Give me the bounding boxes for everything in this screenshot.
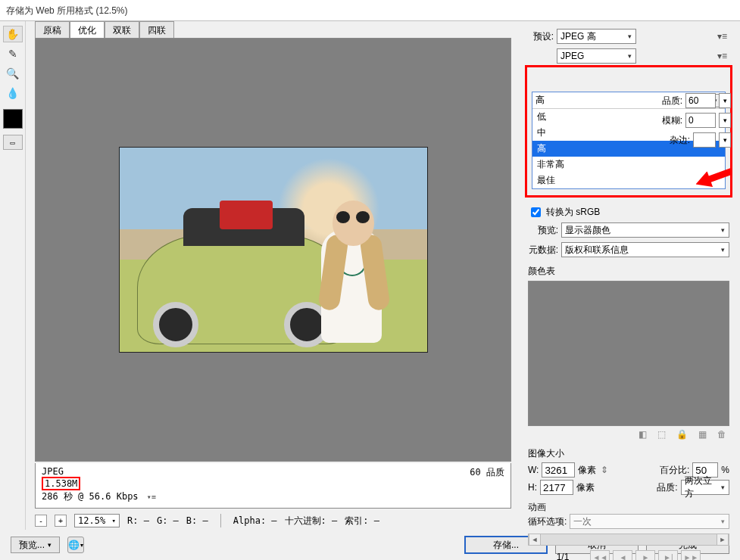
optimize-info: JPEG 1.538M 286 秒 @ 56.6 Kbps ▾≡ 60 品质	[35, 463, 511, 509]
height-input[interactable]	[540, 480, 573, 495]
preset-select[interactable]: JPEG 高▾	[557, 29, 636, 44]
quality-stepper[interactable]: ▾	[719, 93, 731, 108]
metadata-select[interactable]: 版权和联系信息▾	[561, 242, 729, 257]
colortable-title: 颜色表	[528, 265, 729, 278]
percent-suffix: %	[721, 465, 729, 475]
slice-select-tool[interactable]: ✎	[3, 45, 23, 62]
preset-label: 预设:	[528, 30, 554, 43]
format-select[interactable]: JPEG▾	[557, 48, 636, 64]
quality-number-input[interactable]: 60	[685, 93, 716, 108]
readout-b: B: —	[186, 515, 208, 526]
matte-picker[interactable]: ▾	[719, 132, 731, 148]
width-unit: 像素	[578, 464, 596, 477]
foreground-swatch[interactable]	[3, 109, 23, 129]
preview-tabs: 原稿 优化 双联 四联	[26, 21, 520, 38]
loop-select[interactable]: 一次▾	[570, 514, 729, 529]
zoom-tool[interactable]: 🔍	[3, 65, 23, 82]
readout-r: R: —	[127, 515, 149, 526]
image-size-section: 图像大小 W: 像素 ⇕ 百分比: % H: 像素 品质: 两次立方▾	[528, 447, 729, 495]
ct-lock-icon[interactable]: 🔒	[676, 429, 688, 440]
info-quality: 60 品质	[470, 466, 504, 479]
quality-option-very-high[interactable]: 非常高	[532, 157, 725, 173]
prev-frame-button[interactable]: ◄	[613, 550, 632, 560]
width-input[interactable]	[542, 462, 575, 478]
height-unit: 像素	[576, 481, 595, 494]
metadata-label: 元数据:	[528, 244, 558, 257]
loop-label: 循环选项:	[528, 515, 567, 528]
anim-page: 1/1	[557, 552, 570, 560]
convert-srgb-checkbox[interactable]	[531, 207, 541, 217]
scroll-right-icon[interactable]: ►	[717, 534, 729, 545]
colortable-toolbar: ◧ ⬚ 🔒 ▦ 🗑	[528, 429, 729, 440]
toggle-slices-button[interactable]: ▭	[3, 135, 23, 150]
image-size-title: 图像大小	[528, 447, 729, 460]
preview-canvas[interactable]	[35, 38, 511, 462]
blur-input[interactable]: 0	[685, 113, 716, 128]
preview-image	[119, 147, 428, 353]
settings-panel: 预设: JPEG 高▾ ▾≡ JPEG▾ ▾≡ 高 ▾ 低 中 高 非常高	[520, 21, 740, 530]
matte-swatch[interactable]	[693, 132, 716, 148]
play-button[interactable]: ►	[635, 550, 655, 560]
quality-preset-current: 高	[535, 94, 545, 107]
animation-title: 动画	[528, 501, 729, 514]
last-frame-button[interactable]: ►►	[681, 550, 701, 560]
ct-new-icon[interactable]: ▦	[698, 429, 707, 440]
readout-index: 索引: —	[345, 515, 379, 527]
tab-optimized[interactable]: 优化	[70, 21, 105, 39]
resample-select[interactable]: 两次立方▾	[681, 480, 729, 495]
width-label: W:	[528, 465, 539, 475]
resample-label: 品质:	[657, 481, 677, 494]
quality-number-label: 品质:	[662, 95, 682, 107]
quality-option-maximum[interactable]: 最佳	[532, 173, 725, 188]
hand-tool[interactable]: ✋	[3, 26, 23, 42]
readout-alpha: Alpha: —	[233, 515, 277, 526]
ct-snap-icon[interactable]: ◧	[639, 429, 647, 440]
info-format: JPEG	[42, 466, 504, 477]
ct-map-icon[interactable]: ⬚	[657, 429, 666, 440]
matte-label: 杂边:	[670, 134, 690, 147]
ct-trash-icon[interactable]: 🗑	[717, 429, 726, 440]
window-title: 存储为 Web 所用格式 (12.5%)	[0, 0, 740, 21]
blur-stepper[interactable]: ▾	[719, 113, 731, 128]
next-frame-button[interactable]: ►|	[658, 550, 678, 560]
zoom-select[interactable]: 12.5%▾	[74, 514, 120, 527]
highlight-quality-dropdown: 高 ▾ 低 中 高 非常高 最佳 品质: 60 ▾ 模糊:	[525, 65, 732, 198]
preview-profile-select[interactable]: 显示器颜色▾	[561, 222, 729, 238]
blur-label: 模糊:	[662, 114, 682, 127]
browser-select-button[interactable]: 🌐▾	[67, 537, 84, 553]
convert-srgb-label: 转换为 sRGB	[546, 206, 600, 219]
scroll-left-icon[interactable]: ◄	[529, 534, 541, 545]
first-frame-button[interactable]: ◄◄	[590, 550, 610, 560]
readout-g: G: —	[157, 515, 179, 526]
preset-flyout-icon[interactable]: ▾≡	[715, 31, 729, 42]
tool-strip: ✋ ✎ 🔍 💧 ▭	[0, 21, 26, 530]
anim-scrollbar[interactable]: ◄ ►	[528, 534, 729, 546]
zoom-in-button[interactable]: +	[55, 515, 67, 527]
info-filesize: 1.538M	[42, 477, 80, 490]
animation-section: 动画 循环选项: 一次▾ ◄ ► 1/1 ◄◄ ◄ ► ►| ►►	[528, 501, 729, 560]
tab-4up[interactable]: 四联	[139, 21, 174, 39]
readout-hex: 十六进制: —	[285, 515, 338, 527]
info-download-time: 286 秒 @ 56.6 Kbps	[42, 491, 139, 502]
zoom-out-button[interactable]: -	[35, 515, 47, 527]
tab-2up[interactable]: 双联	[105, 21, 139, 39]
link-icon[interactable]: ⇕	[599, 465, 610, 475]
status-bar: - + 12.5%▾ R: — G: — B: — Alpha: — 十六进制:…	[35, 512, 511, 530]
preview-column: 原稿 优化 双联 四联 JPEG 1.538M 286 秒 @ 56.6 Kbp…	[26, 21, 520, 530]
eyedropper-tool[interactable]: 💧	[3, 85, 23, 101]
optimize-flyout-icon[interactable]: ▾≡	[715, 51, 729, 61]
height-label: H:	[528, 482, 537, 493]
tab-original[interactable]: 原稿	[35, 21, 70, 39]
main-area: ✋ ✎ 🔍 💧 ▭ 原稿 优化 双联 四联 JPEG 1.538M	[0, 21, 740, 530]
bandwidth-menu-icon[interactable]: ▾≡	[147, 493, 156, 501]
preview-profile-label: 预览:	[528, 224, 558, 237]
color-table[interactable]	[528, 281, 729, 426]
preview-in-browser-button[interactable]: 预览...▾	[11, 537, 60, 553]
